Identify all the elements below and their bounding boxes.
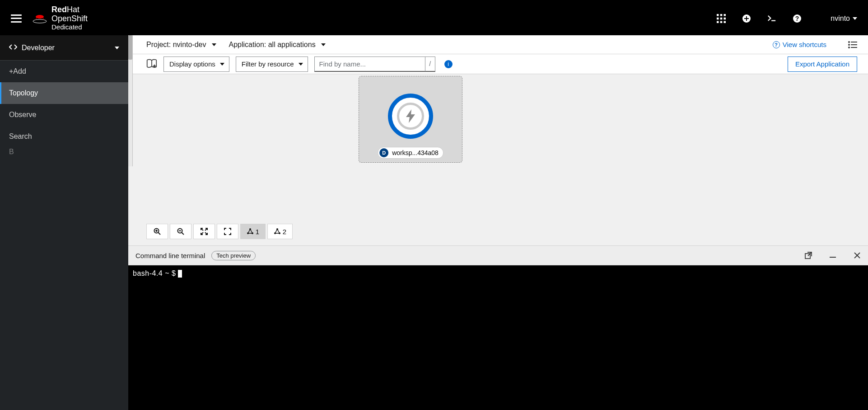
svg-rect-8	[717, 21, 719, 23]
svg-rect-3	[720, 14, 722, 16]
svg-point-21	[848, 47, 850, 48]
svg-line-41	[250, 229, 252, 233]
display-options-dropdown[interactable]: Display options	[163, 57, 229, 72]
svg-rect-7	[724, 17, 726, 19]
svg-rect-2	[717, 14, 719, 16]
tech-preview-badge: Tech preview	[211, 251, 256, 260]
quickstart-catalog-icon[interactable]	[146, 59, 157, 70]
svg-rect-18	[851, 42, 857, 42]
svg-line-50	[808, 252, 812, 256]
svg-line-47	[277, 229, 280, 233]
zoom-out-button[interactable]	[170, 224, 191, 239]
svg-line-40	[248, 229, 250, 233]
topology-toolbar: Display options Filter by resource / i E…	[128, 54, 868, 74]
open-external-icon[interactable]	[805, 252, 812, 259]
topology-canvas[interactable]: D worksp...434a08 1	[128, 74, 868, 245]
svg-point-1	[36, 15, 44, 19]
layout-2-button[interactable]: 2	[267, 224, 293, 239]
svg-rect-6	[720, 17, 722, 19]
brand-logo[interactable]: RedHat OpenShift Dedicated	[33, 5, 88, 31]
svg-line-27	[159, 233, 161, 235]
info-icon[interactable]: i	[444, 60, 453, 68]
content-area: Project: nvinto-dev Application: all app…	[128, 35, 868, 410]
help-icon[interactable]: ?	[793, 14, 802, 23]
sidebar: Developer +Add Topology Observe Search B	[0, 35, 128, 410]
caret-down-icon	[853, 17, 857, 20]
project-dropdown[interactable]: Project: nvinto-dev	[146, 41, 216, 49]
zoom-controls: 1 2	[146, 224, 293, 239]
application-group[interactable]: D worksp...434a08	[359, 76, 462, 163]
svg-line-31	[182, 233, 184, 235]
user-menu-dropdown[interactable]: nvinto	[831, 14, 857, 23]
redhat-fedora-icon	[33, 14, 47, 24]
masthead-toolbar: ?	[717, 14, 802, 23]
terminal-icon[interactable]	[767, 14, 776, 23]
caret-down-icon	[115, 47, 119, 49]
code-icon	[9, 44, 17, 52]
help-circle-icon: ?	[773, 41, 780, 48]
scrollbar[interactable]	[128, 35, 133, 166]
svg-rect-5	[717, 17, 719, 19]
terminal-header: Command line terminal Tech preview	[128, 245, 868, 265]
app-launcher-icon[interactable]	[717, 14, 726, 23]
deployment-badge: D	[379, 148, 388, 157]
caret-down-icon	[212, 43, 216, 46]
svg-rect-13	[744, 18, 749, 19]
svg-line-46	[275, 229, 277, 233]
filter-resource-dropdown[interactable]: Filter by resource	[236, 57, 308, 72]
application-dropdown[interactable]: Application: all applications	[229, 41, 326, 49]
sidebar-item-builds[interactable]: B	[0, 147, 128, 156]
sidebar-item-search[interactable]: Search	[0, 126, 128, 147]
find-by-name-input[interactable]	[314, 57, 425, 72]
perspective-switcher[interactable]: Developer	[0, 35, 128, 61]
svg-rect-10	[724, 21, 726, 23]
svg-point-19	[848, 44, 850, 46]
svg-rect-4	[724, 14, 726, 16]
deployment-node[interactable]	[388, 94, 433, 139]
sidebar-item-topology[interactable]: Topology	[0, 82, 128, 104]
context-bar: Project: nvinto-dev Application: all app…	[128, 35, 868, 54]
zoom-in-button[interactable]	[146, 224, 168, 239]
fit-to-screen-button[interactable]	[193, 224, 215, 239]
export-application-button[interactable]: Export Application	[788, 57, 857, 72]
list-view-toggle[interactable]	[848, 41, 857, 48]
terminal-panel: Command line terminal Tech preview bash-…	[128, 245, 868, 410]
terminal-body[interactable]: bash-4.4 ~ $	[128, 265, 868, 410]
sidebar-item-observe[interactable]: Observe	[0, 104, 128, 126]
svg-rect-9	[720, 21, 722, 23]
view-shortcuts-link[interactable]: ? View shortcuts	[773, 41, 826, 48]
nav-toggle-button[interactable]	[11, 13, 22, 24]
layout-1-button[interactable]: 1	[240, 224, 266, 239]
caret-down-icon	[321, 43, 326, 46]
import-icon[interactable]	[742, 14, 751, 23]
svg-rect-22	[851, 47, 857, 48]
svg-point-17	[848, 41, 850, 43]
svg-rect-20	[851, 44, 857, 45]
masthead: RedHat OpenShift Dedicated ? nvinto	[0, 0, 868, 35]
svg-text:?: ?	[795, 15, 799, 22]
terminal-cursor	[178, 270, 182, 278]
sidebar-item-add[interactable]: +Add	[0, 61, 128, 82]
brand-text: RedHat OpenShift Dedicated	[51, 5, 88, 31]
minimize-icon[interactable]	[829, 252, 836, 259]
bolt-icon	[405, 109, 416, 123]
reset-view-button[interactable]	[217, 224, 238, 239]
terminal-title: Command line terminal	[135, 252, 205, 259]
slash-shortcut-hint: /	[425, 57, 435, 72]
close-icon[interactable]	[854, 252, 861, 259]
node-label[interactable]: D worksp...434a08	[378, 147, 443, 159]
